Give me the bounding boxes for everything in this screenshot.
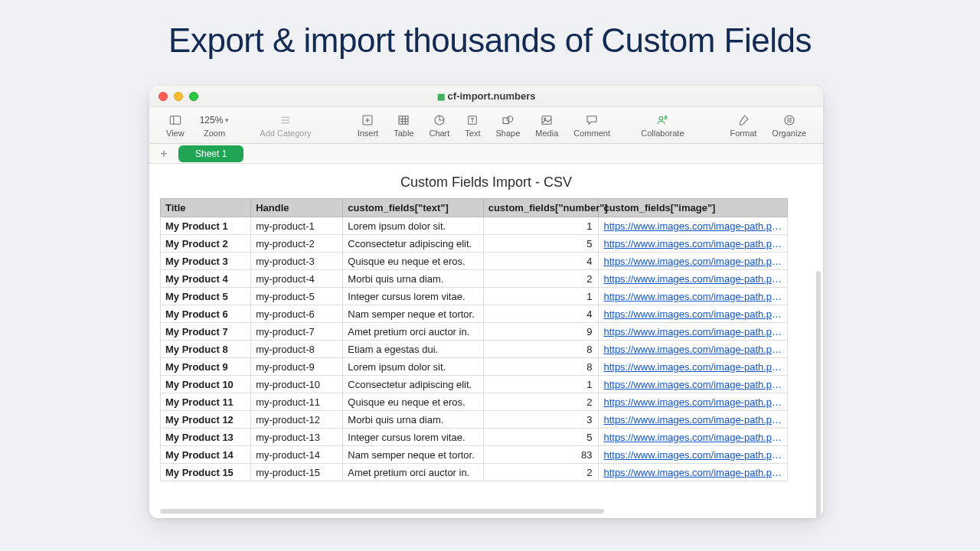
cell-handle[interactable]: my-product-6 [251,305,343,323]
cell-title[interactable]: My Product 15 [161,464,251,481]
table-row[interactable]: My Product 8my-product-8Etiam a egestas … [161,341,788,358]
cell-number[interactable]: 83 [483,446,599,464]
cell-image[interactable]: https://www.images.com/image-path.png [599,446,788,464]
cell-handle[interactable]: my-product-5 [251,288,343,305]
cell-image[interactable]: https://www.images.com/image-path.png [599,411,788,429]
cell-handle[interactable]: my-product-15 [251,464,343,481]
cell-title[interactable]: My Product 9 [161,358,251,376]
cell-text[interactable]: Morbi quis urna diam. [343,270,483,288]
cell-number[interactable]: 1 [483,217,599,235]
cell-number[interactable]: 1 [483,288,599,305]
cell-handle[interactable]: my-product-4 [251,270,343,288]
text-button[interactable]: Text [457,113,488,138]
table-row[interactable]: My Product 5my-product-5Integer cursus l… [161,288,788,305]
col-header-number[interactable]: custom_fields["number"] [483,199,599,217]
comment-button[interactable]: Comment [566,113,618,138]
cell-image[interactable]: https://www.images.com/image-path.png [599,376,788,393]
cell-text[interactable]: Morbi quis urna diam. [343,411,483,429]
table-row[interactable]: My Product 4my-product-4Morbi quis urna … [161,270,788,288]
cell-number[interactable]: 5 [483,235,599,253]
cell-image[interactable]: https://www.images.com/image-path.png [599,429,788,446]
cell-handle[interactable]: my-product-11 [251,393,343,411]
table-row[interactable]: My Product 6my-product-6Nam semper neque… [161,305,788,323]
cell-title[interactable]: My Product 3 [161,253,251,270]
cell-text[interactable]: Amet pretium orci auctor in. [343,323,483,341]
cell-image[interactable]: https://www.images.com/image-path.png [599,341,788,358]
table-row[interactable]: My Product 7my-product-7Amet pretium orc… [161,323,788,341]
cell-title[interactable]: My Product 10 [161,376,251,393]
cell-text[interactable]: Integer cursus lorem vitae. [343,288,483,305]
col-header-handle[interactable]: Handle [251,199,343,217]
cell-handle[interactable]: my-product-10 [251,376,343,393]
chart-button[interactable]: Chart [421,113,457,138]
table-row[interactable]: My Product 3my-product-3Quisque eu neque… [161,253,788,270]
cell-number[interactable]: 4 [483,305,599,323]
cell-image[interactable]: https://www.images.com/image-path.png [599,217,788,235]
table-row[interactable]: My Product 9my-product-9Lorem ipsum dolo… [161,358,788,376]
table-row[interactable]: My Product 13my-product-13Integer cursus… [161,429,788,446]
window-close-button[interactable] [158,92,168,101]
cell-title[interactable]: My Product 12 [161,411,251,429]
horizontal-scrollbar[interactable] [160,509,604,514]
cell-text[interactable]: Quisque eu neque et eros. [343,253,483,270]
cell-handle[interactable]: my-product-9 [251,358,343,376]
sheet-tab[interactable]: Sheet 1 [178,145,243,162]
table-row[interactable]: My Product 10my-product-10Cconsectetur a… [161,376,788,393]
cell-title[interactable]: My Product 2 [161,235,251,253]
window-minimize-button[interactable] [174,92,183,101]
cell-handle[interactable]: my-product-3 [251,253,343,270]
format-button[interactable]: Format [723,113,765,138]
cell-image[interactable]: https://www.images.com/image-path.png [599,464,788,481]
insert-button[interactable]: Insert [350,113,387,138]
cell-text[interactable]: Nam semper neque et tortor. [343,446,483,464]
cell-handle[interactable]: my-product-1 [251,217,343,235]
collaborate-button[interactable]: Collaborate [633,113,691,138]
add-category-button[interactable]: Add Category [252,113,318,138]
table-row[interactable]: My Product 14my-product-14Nam semper neq… [161,446,788,464]
cell-handle[interactable]: my-product-13 [251,429,343,446]
cell-text[interactable]: Etiam a egestas dui. [343,341,483,358]
cell-number[interactable]: 1 [483,376,599,393]
cell-image[interactable]: https://www.images.com/image-path.png [599,270,788,288]
organize-button[interactable]: Organize [764,113,814,138]
cell-text[interactable]: Amet pretium orci auctor in. [343,464,483,481]
cell-title[interactable]: My Product 6 [161,305,251,323]
col-header-title[interactable]: Title [161,199,251,217]
cell-number[interactable]: 5 [483,429,599,446]
table-row[interactable]: My Product 15my-product-15Amet pretium o… [161,464,788,481]
table-row[interactable]: My Product 11my-product-11Quisque eu neq… [161,393,788,411]
cell-title[interactable]: My Product 5 [161,288,251,305]
cell-title[interactable]: My Product 14 [161,446,251,464]
table-row[interactable]: My Product 2my-product-2Cconsectetur adi… [161,235,788,253]
cell-text[interactable]: Integer cursus lorem vitae. [343,429,483,446]
cell-image[interactable]: https://www.images.com/image-path.png [599,393,788,411]
cell-handle[interactable]: my-product-8 [251,341,343,358]
cell-image[interactable]: https://www.images.com/image-path.png [599,305,788,323]
table-button[interactable]: Table [386,113,421,138]
cell-text[interactable]: Lorem ipsum dolor sit. [343,358,483,376]
cell-number[interactable]: 8 [483,358,599,376]
media-button[interactable]: Media [528,113,566,138]
cell-title[interactable]: My Product 1 [161,217,251,235]
cell-number[interactable]: 2 [483,393,599,411]
col-header-image[interactable]: custom_fields["image"] [599,199,788,217]
cell-handle[interactable]: my-product-12 [251,411,343,429]
sheet-canvas[interactable]: Custom Fields Import - CSV Title Handle … [149,164,823,518]
cell-number[interactable]: 3 [483,411,599,429]
add-sheet-button[interactable]: + [157,148,171,160]
col-header-text[interactable]: custom_fields["text"] [343,199,483,217]
cell-number[interactable]: 2 [483,270,599,288]
data-table[interactable]: Title Handle custom_fields["text"] custo… [160,198,788,481]
cell-text[interactable]: Cconsectetur adipiscing elit. [343,235,483,253]
cell-image[interactable]: https://www.images.com/image-path.png [599,358,788,376]
cell-number[interactable]: 4 [483,253,599,270]
cell-image[interactable]: https://www.images.com/image-path.png [599,235,788,253]
cell-number[interactable]: 2 [483,464,599,481]
cell-image[interactable]: https://www.images.com/image-path.png [599,253,788,270]
cell-title[interactable]: My Product 4 [161,270,251,288]
cell-handle[interactable]: my-product-2 [251,235,343,253]
cell-title[interactable]: My Product 8 [161,341,251,358]
cell-title[interactable]: My Product 13 [161,429,251,446]
cell-title[interactable]: My Product 11 [161,393,251,411]
cell-number[interactable]: 8 [483,341,599,358]
